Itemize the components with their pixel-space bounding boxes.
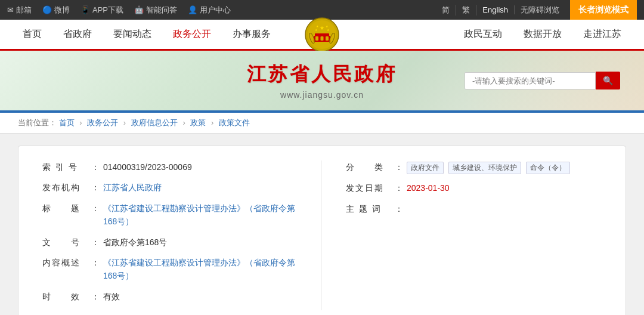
doc-colon-date: ： — [395, 181, 403, 194]
doc-colon-publisher: ： — [91, 181, 100, 194]
doc-row-summary: 内容概述 ： 《江苏省建设工程勘察设计管理办法》（省政府令第168号） — [42, 256, 298, 283]
doc-colon-index: ： — [91, 160, 100, 174]
svg-rect-4 — [315, 36, 318, 41]
user-center-link[interactable]: 👤 用户中心 — [188, 5, 231, 16]
doc-row-keywords: 主 题 词 ： — [346, 202, 602, 215]
site-title: 江苏省人民政府 — [247, 61, 397, 88]
ai-label: 智能问答 — [146, 5, 177, 16]
doc-colon-docno: ： — [91, 236, 100, 249]
weibo-link[interactable]: 🔵 微博 — [42, 5, 70, 16]
document-grid: 索 引 号 ： 014000319/2023-00069 发布机构 ： 江苏省人… — [36, 160, 608, 310]
accessibility-link[interactable]: 无障碍浏览 — [515, 5, 565, 16]
mailbox-link[interactable]: ✉ 邮箱 — [7, 5, 32, 16]
breadcrumb-gov-affairs[interactable]: 政务公开 — [87, 118, 118, 127]
hero-banner: 江苏省人民政府 www.jiangsu.gov.cn 🔍 — [0, 51, 644, 110]
doc-colon-title: ： — [91, 202, 100, 228]
category-tag-3: 命令（令） — [526, 162, 570, 174]
search-input[interactable] — [465, 72, 596, 89]
sep-2: › — [123, 118, 126, 127]
lang-fan[interactable]: 繁 — [456, 5, 476, 16]
emblem-icon: ★ ★ ★ ★ ★ — [304, 17, 340, 52]
doc-row-category: 分 类 ： 政府文件 城乡建设、环境保护 命令（令） — [346, 160, 602, 174]
doc-row-publisher: 发布机构 ： 江苏省人民政府 — [42, 181, 298, 194]
app-label: APP下载 — [92, 5, 123, 16]
doc-row-index: 索 引 号 ： 014000319/2023-00069 — [42, 160, 298, 174]
breadcrumb-gov-info[interactable]: 政府信息公开 — [131, 118, 178, 127]
doc-title-link[interactable]: 《江苏省建设工程勘察设计管理办法》（省政府令第168号） — [103, 203, 295, 226]
doc-right-col: 分 类 ： 政府文件 城乡建设、环境保护 命令（令） 发文日期 ： 2023-0… — [322, 160, 608, 310]
doc-value-category: 政府文件 城乡建设、环境保护 命令（令） — [407, 160, 602, 174]
nav-left: 首页 省政府 要闻动态 政务公开 办事服务 — [12, 19, 453, 50]
doc-value-title: 《江苏省建设工程勘察设计管理办法》（省政府令第168号） — [103, 202, 298, 228]
weibo-label: 微博 — [54, 5, 70, 16]
breadcrumb-prefix: 当前位置： — [18, 118, 57, 127]
doc-value-keywords — [407, 202, 602, 215]
doc-colon-category: ： — [395, 160, 403, 174]
nav-provincial-gov[interactable]: 省政府 — [52, 19, 103, 50]
nav-right: 政民互动 数据开放 走进江苏 — [453, 19, 632, 50]
ai-qa-link[interactable]: 🤖 智能问答 — [134, 5, 177, 16]
top-bar-right: 简 繁 English 无障碍浏览 — [436, 5, 565, 16]
doc-label-validity: 时 效 — [42, 290, 90, 303]
breadcrumb-bar: 当前位置： 首页 › 政务公开 › 政府信息公开 › 政策 › 政策文件 — [0, 113, 644, 134]
summary-link[interactable]: 《江苏省建设工程勘察设计管理办法》（省政府令第168号） — [103, 258, 295, 280]
main-content: 索 引 号 ： 014000319/2023-00069 发布机构 ： 江苏省人… — [0, 134, 644, 315]
doc-label-publisher: 发布机构 — [42, 181, 90, 194]
doc-label-title: 标 题 — [42, 202, 90, 228]
doc-label-keywords: 主 题 词 — [346, 202, 394, 215]
svg-rect-6 — [326, 36, 329, 41]
sep-4: › — [211, 118, 213, 127]
nav-gov-affairs[interactable]: 政务公开 — [162, 19, 222, 50]
doc-label-docno: 文 号 — [42, 236, 90, 249]
doc-row-validity: 时 效 ： 有效 — [42, 290, 298, 303]
doc-label-summary: 内容概述 — [42, 256, 90, 283]
nav-home[interactable]: 首页 — [12, 19, 52, 50]
doc-value-summary: 《江苏省建设工程勘察设计管理办法》（省政府令第168号） — [103, 256, 298, 283]
doc-row-date: 发文日期 ： 2023-01-30 — [346, 181, 602, 194]
breadcrumb-policy[interactable]: 政策 — [190, 118, 206, 127]
svg-text:★: ★ — [320, 25, 324, 31]
publisher-link[interactable]: 江苏省人民政府 — [103, 183, 162, 192]
nav-interaction[interactable]: 政民互动 — [453, 19, 513, 50]
sep-3: › — [182, 118, 185, 127]
breadcrumb-home[interactable]: 首页 — [59, 118, 75, 127]
nav-bar: 首页 省政府 要闻动态 政务公开 办事服务 ★ ★ ★ ★ ★ — [0, 20, 644, 51]
top-bar-left: ✉ 邮箱 🔵 微博 📱 APP下载 🤖 智能问答 👤 用户中心 — [7, 5, 436, 16]
doc-left-col: 索 引 号 ： 014000319/2023-00069 发布机构 ： 江苏省人… — [36, 160, 322, 310]
weibo-icon: 🔵 — [42, 5, 52, 14]
doc-colon-keywords: ： — [395, 202, 403, 215]
nav-data-open[interactable]: 数据开放 — [513, 19, 572, 50]
app-download-link[interactable]: 📱 APP下载 — [80, 5, 123, 16]
nav-jiangsu[interactable]: 走进江苏 — [572, 19, 632, 50]
breadcrumb-policy-docs[interactable]: 政策文件 — [219, 118, 250, 127]
doc-row-docno: 文 号 ： 省政府令第168号 — [42, 236, 298, 249]
nav-services[interactable]: 办事服务 — [222, 19, 281, 50]
search-button[interactable]: 🔍 — [596, 72, 620, 89]
user-label: 用户中心 — [200, 5, 231, 16]
doc-colon-validity: ： — [91, 290, 100, 303]
category-tag-2: 城乡建设、环境保护 — [448, 162, 521, 174]
category-tag-1: 政府文件 — [407, 162, 444, 174]
doc-value-publisher: 江苏省人民政府 — [103, 181, 298, 194]
doc-colon-summary: ： — [91, 256, 100, 283]
lang-english[interactable]: English — [476, 5, 515, 14]
doc-label-index: 索 引 号 — [42, 160, 90, 174]
doc-value-validity: 有效 — [103, 290, 298, 303]
mailbox-label: 邮箱 — [16, 5, 32, 16]
site-url: www.jiangsu.gov.cn — [280, 90, 364, 100]
elder-mode-button[interactable]: 长者浏览模式 — [570, 0, 637, 20]
svg-rect-5 — [321, 36, 324, 41]
doc-label-category: 分 类 — [346, 160, 394, 174]
robot-icon: 🤖 — [134, 5, 144, 14]
hero-search: 🔍 — [465, 72, 620, 89]
svg-rect-3 — [315, 33, 329, 36]
site-logo: ★ ★ ★ ★ ★ — [304, 17, 340, 52]
doc-value-date: 2023-01-30 — [407, 181, 602, 194]
user-icon: 👤 — [188, 5, 197, 14]
nav-news[interactable]: 要闻动态 — [103, 19, 162, 50]
doc-value-index: 014000319/2023-00069 — [103, 160, 298, 174]
doc-value-docno: 省政府令第168号 — [103, 236, 298, 249]
lang-jian[interactable]: 简 — [436, 5, 456, 16]
doc-label-date: 发文日期 — [346, 181, 394, 194]
sep-1: › — [79, 118, 82, 127]
